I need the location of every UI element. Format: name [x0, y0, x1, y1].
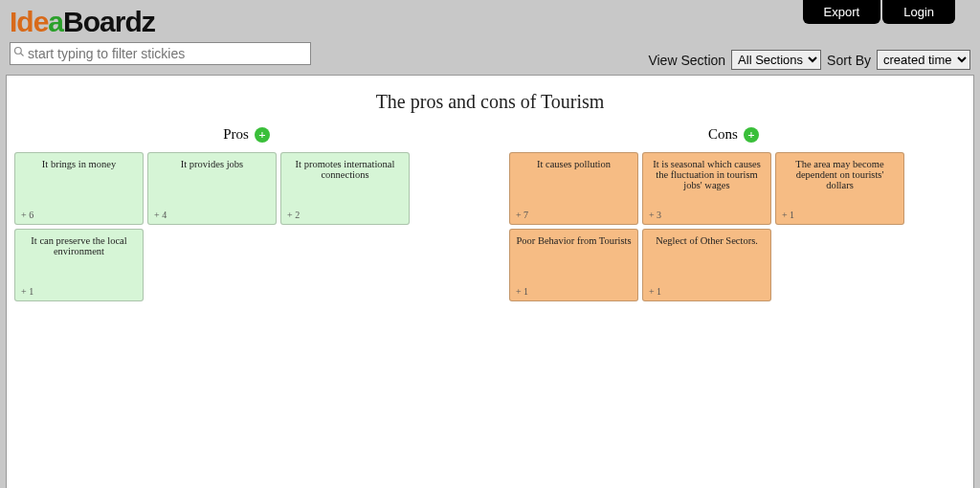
sticky-text: It causes pollution [516, 159, 632, 169]
top-actions: Export Login [801, 0, 955, 24]
vote-count: + 3 [649, 210, 661, 220]
plus-icon[interactable]: + [744, 127, 759, 143]
brand-letter: d [16, 6, 33, 37]
sticky-card[interactable]: It can preserve the local environment + … [14, 229, 144, 301]
board: The pros and cons of Tourism Pros + It b… [6, 75, 974, 488]
vote-count: + 1 [516, 286, 528, 297]
export-button[interactable]: Export [803, 0, 881, 24]
sticky-card[interactable]: Poor Behavior from Tourists + 1 [509, 229, 638, 301]
sticky-card[interactable]: It is seasonal which causes the fluctuat… [642, 152, 771, 225]
column-cons: Cons + It causes pollution + 7 It is sea… [500, 126, 968, 301]
brand-letter: a [48, 6, 63, 37]
filter-input[interactable] [10, 42, 311, 65]
cards-pros: It brings in money + 6 It provides jobs … [12, 152, 480, 301]
sticky-text: It can preserve the local environment [21, 235, 137, 256]
sticky-text: It provides jobs [154, 159, 270, 169]
vote-count: + 2 [287, 210, 300, 220]
view-section-select[interactable]: All Sections [731, 50, 821, 70]
cards-cons: It causes pollution + 7 It is seasonal w… [500, 152, 968, 301]
vote-count: + 7 [516, 210, 528, 220]
plus-icon[interactable]: + [255, 127, 270, 143]
column-label: Cons [708, 126, 738, 143]
sticky-card[interactable]: It provides jobs + 4 [147, 152, 277, 225]
column-pros: Pros + It brings in money + 6 It provide… [12, 126, 480, 301]
board-title: The pros and cons of Tourism [12, 91, 968, 113]
sticky-card[interactable]: It causes pollution + 7 [509, 152, 638, 225]
sticky-text: It brings in money [21, 159, 137, 169]
sticky-text: Poor Behavior from Tourists [516, 235, 632, 246]
sort-by-label: Sort By [827, 53, 871, 68]
sticky-text: It promotes international connections [287, 159, 403, 180]
sticky-card[interactable]: The area may become dependent on tourist… [775, 152, 904, 225]
brand-letter: e [33, 6, 49, 37]
vote-count: + 1 [649, 286, 661, 297]
column-header-pros: Pros + [12, 126, 480, 143]
sort-by-select[interactable]: created time [877, 50, 970, 70]
vote-count: + 6 [21, 210, 33, 220]
sticky-text: It is seasonal which causes the fluctuat… [649, 159, 765, 190]
columns: Pros + It brings in money + 6 It provide… [12, 126, 968, 301]
vote-count: + 1 [782, 210, 794, 220]
sticky-card[interactable]: It promotes international connections + … [280, 152, 410, 225]
brand-rest: Boardz [63, 6, 155, 37]
column-label: Pros [223, 126, 249, 143]
brand-logo[interactable]: IdeaBoardz [10, 6, 155, 38]
vote-count: + 1 [21, 286, 33, 297]
sticky-card[interactable]: Neglect of Other Sectors. + 1 [642, 229, 771, 301]
vote-count: + 4 [154, 210, 167, 220]
view-section-label: View Section [648, 53, 725, 68]
sticky-text: Neglect of Other Sectors. [649, 235, 765, 246]
column-header-cons: Cons + [500, 126, 968, 143]
view-controls: View Section All Sections Sort By create… [648, 50, 970, 70]
sticky-text: The area may become dependent on tourist… [782, 159, 898, 190]
app-header: Export Login IdeaBoardz View Section All… [0, 0, 980, 75]
sticky-card[interactable]: It brings in money + 6 [14, 152, 144, 225]
login-button[interactable]: Login [882, 0, 955, 24]
